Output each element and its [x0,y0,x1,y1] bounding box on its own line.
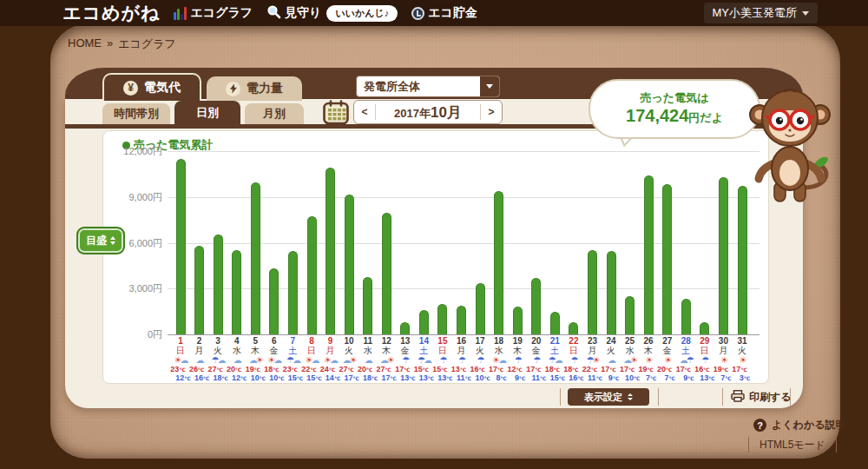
chart-bar-day-11[interactable] [363,277,372,334]
calendar-icon[interactable] [323,100,349,125]
x-axis-day-25: 25水☁☀17℃10℃ [621,337,640,382]
print-button[interactable]: 印刷する [731,388,792,406]
chart-bar-day-1[interactable] [176,159,186,334]
weather-rain-icon: ☂ [477,355,483,365]
html5-mode-link[interactable]: HTML5モード [748,436,837,453]
day-high-temp: 15℃ [411,366,431,373]
weather-cloud-icon: ☁ [233,355,240,365]
x-axis-day-4: 4水☁20℃12℃ [227,337,247,382]
day-high-temp: 20℃ [225,366,244,373]
day-weekday: 金 [396,347,415,355]
next-month-button[interactable]: > [481,106,502,118]
tab-electricity-cost[interactable]: ¥ 電気代 [102,73,201,101]
chart-bar-day-7[interactable] [288,251,298,334]
x-axis-day-8: 8日☀☁22℃15℃ [302,337,321,382]
chart-bar-day-23[interactable] [588,250,597,334]
chart-bar-day-9[interactable] [326,168,335,334]
weather-cloud-icon: ☁ [343,355,350,365]
weather-sun-icon: ☀ [387,355,393,365]
x-axis-day-20: 20金☂17℃11℃ [527,337,546,382]
weather-sun-icon: ☀ [593,355,599,365]
scale-button-label: 目盛 [86,234,107,248]
chart-bar-day-6[interactable] [269,268,279,335]
chart-bar-day-20[interactable] [531,278,541,334]
weather-sun-icon: ☀ [350,355,356,365]
day-high-temp: 26℃ [187,366,207,373]
chart-bar-day-14[interactable] [419,310,429,334]
day-high-temp: 20℃ [655,366,674,373]
x-axis-day-9: 9月☀☁24℃14℃ [321,337,340,382]
chart-bar-day-21[interactable] [550,312,560,334]
weather-sun-icon: ☀ [740,355,746,365]
tab-power-amount[interactable]: 電力量 [207,76,302,101]
nav-item-ecograph[interactable]: エコグラフ [174,5,253,21]
day-number: 8 [302,337,321,346]
help-link[interactable]: ? よくわかる説明 [753,418,845,433]
chart-bar-day-26[interactable] [644,175,654,334]
subtab-by-day[interactable]: 日別 [174,101,240,124]
prev-month-button[interactable]: < [354,106,375,118]
x-axis-day-3: 3火☂☁27℃18℃ [208,337,227,382]
day-weekday: 木 [377,347,396,355]
chart-bar-day-15[interactable] [437,304,447,334]
day-high-temp: 17℃ [393,366,412,373]
weather-rain-icon: ☂ [587,355,593,365]
breadcrumb-home[interactable]: HOME [68,36,102,52]
chart-bar-day-13[interactable] [400,322,410,334]
chart-bar-day-24[interactable] [607,251,616,334]
current-month-label: 2017年10月 [376,102,480,122]
weather-icons: ☀☁ [171,356,190,365]
subtab-by-timezone[interactable]: 時間帯別 [102,103,170,124]
scale-button[interactable]: 目盛 [76,227,125,254]
day-number: 19 [508,337,527,346]
y-axis-tick-label: 3,000円 [103,283,162,294]
nav-item-ecochokin[interactable]: エコ貯金 [411,5,477,21]
chart-bar-day-16[interactable] [457,306,466,334]
chart-bar-day-18[interactable] [494,191,503,334]
status-bubble[interactable]: いいかんじ♪ [326,5,398,22]
chart-bar-day-27[interactable] [662,184,672,334]
display-settings-button[interactable]: 表示設定 [568,388,649,406]
chart-bar-day-2[interactable] [194,246,204,334]
chart-bar-day-29[interactable] [700,322,709,334]
subtab-by-month[interactable]: 月別 [245,103,304,124]
day-number: 30 [713,337,733,346]
mode-label: HTML5モード [749,438,836,452]
chart-bar-day-30[interactable] [719,177,728,334]
chart-bar-day-8[interactable] [307,216,317,334]
day-high-temp: 12℃ [505,366,524,373]
chart-bar-day-25[interactable] [625,296,635,334]
app-logo[interactable]: エコめがね [62,1,160,25]
plant-select[interactable]: 発電所全体 [356,76,500,97]
day-high-temp: 27℃ [374,366,393,373]
weather-sun-icon: ☀ [720,355,727,365]
day-high-temp: 23℃ [168,366,187,373]
chart-bar-day-31[interactable] [738,186,747,334]
day-number: 9 [321,337,340,346]
chart-bar-day-22[interactable] [569,322,578,334]
weather-rain-icon: ☂ [458,355,464,365]
chart-bar-day-17[interactable] [476,283,485,334]
day-number: 26 [639,337,658,346]
weather-rain-icon: ☂ [515,355,521,365]
year-label: 2017年 [394,107,431,120]
weather-icons: ☁☀ [621,356,640,365]
day-number: 29 [695,337,714,346]
chart-bar-day-28[interactable] [681,299,691,334]
day-number: 5 [246,337,265,346]
weather-icons: ☁☂ [676,356,695,365]
nav-item-mimamori[interactable]: 見守り [266,4,321,22]
weather-cloud-icon: ☁ [273,355,280,365]
day-weekday: 土 [283,347,302,355]
chart-bar-day-19[interactable] [513,307,523,335]
account-menu[interactable]: MY小美玉発電所 [704,3,819,23]
weather-icons: ☂ [452,356,471,365]
chart-bar-day-3[interactable] [214,234,223,334]
chart-bar-day-5[interactable] [251,182,260,334]
chart-bar-day-4[interactable] [232,250,241,334]
chart-bar-day-12[interactable] [382,213,391,334]
day-number: 2 [190,337,209,346]
day-weekday: 火 [208,347,227,355]
chart-bar-day-10[interactable] [345,195,354,334]
x-axis-day-31: 31火☀17℃3℃ [733,337,752,382]
